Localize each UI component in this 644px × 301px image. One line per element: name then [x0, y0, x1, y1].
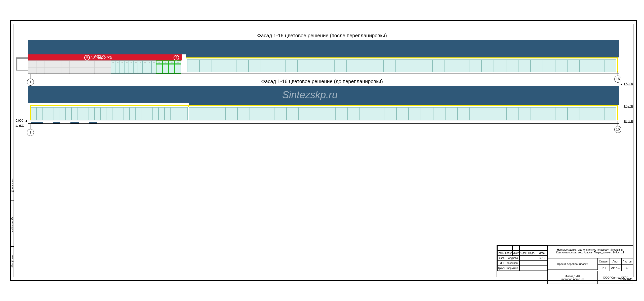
- roof-step-before: [189, 101, 619, 105]
- watermark: Sintezskp.ru: [282, 89, 338, 101]
- role-0: Разраб.: [497, 256, 505, 261]
- brand-logo-icon-2: 5: [174, 55, 179, 60]
- tb-stage: РП: [598, 265, 610, 271]
- role-1: ГИП: [497, 261, 505, 266]
- role-2: Архитектор: [497, 266, 505, 271]
- rev-h-1: Кол.уч: [505, 251, 512, 256]
- revision-table: Изм. Кол.уч Лист №док. Подп. Дата Разраб…: [497, 246, 547, 271]
- tb-sheet-label: Лист: [610, 258, 621, 265]
- ground-before: [28, 123, 619, 124]
- elev-zero: 0,000: [16, 119, 23, 122]
- drawing-sheet: Инв.№ подл. Подпись и дата Взам. инв.№ Ф…: [0, 0, 644, 301]
- tb-sheets: 27: [621, 265, 633, 271]
- ground-after: [28, 74, 619, 74]
- side-inv: Инв.№ подл.: [11, 247, 14, 277]
- side-sign-label: Подпись и дата: [11, 216, 14, 232]
- elev-neg: -0,480: [16, 123, 24, 127]
- elev-tick-2: [621, 83, 622, 86]
- entrance-doors: [156, 64, 181, 74]
- axis-stem-1b: [30, 124, 30, 129]
- rev-h-4: Подп.: [527, 251, 536, 256]
- tb-sheets-label: Листов: [621, 258, 633, 265]
- glass-row-left-b: [31, 107, 188, 120]
- canopy: [16, 57, 28, 71]
- axis-stem-16a: [618, 71, 618, 76]
- title-top: Фасад 1-16 цветовое решение (после переп…: [0, 33, 644, 39]
- name-1: Казанцев: [505, 261, 519, 266]
- rev-h-3: №док.: [519, 251, 527, 256]
- side-vzam-label: Взам. инв.№: [11, 179, 14, 192]
- title-bottom: Фасад 1-16 цветовое решение (до переплан…: [0, 79, 644, 84]
- facade-before: Sintezskp.ru: [28, 86, 619, 128]
- sheet-dimensions: (904x297): [619, 278, 632, 281]
- yellow-right-b: [617, 105, 618, 120]
- axis-stem-16b: [618, 121, 618, 126]
- yellow-top-right-b: [189, 105, 618, 106]
- glass-row-right: [187, 59, 616, 72]
- brand-logo-icon: 5: [84, 55, 90, 60]
- tb-drawing-title: Фасад 1-16 цветовое решение: [547, 271, 598, 284]
- yellow-step-b: [188, 105, 189, 107]
- entrance-transom: [156, 60, 181, 64]
- name-2: Зворыгина: [505, 266, 519, 271]
- tb-project-type: Проект перепланировки: [547, 258, 598, 270]
- storefront-glass: [111, 64, 156, 74]
- elev-tick-1: [25, 120, 27, 122]
- axis-1-bottom: 1: [27, 129, 34, 136]
- elev-bot-right: +0,300: [624, 119, 633, 123]
- axis-stem-1a: [30, 74, 30, 79]
- facade-after: 5 Пятёрочка универсам 5: [28, 40, 619, 78]
- sig-0: ~: [519, 256, 527, 261]
- elev-mid-right: +2,750: [624, 104, 633, 108]
- rev-h-5: Дата: [536, 251, 548, 256]
- glass-row-right-b: [189, 107, 616, 120]
- rev-h-2: Лист: [512, 251, 519, 256]
- tb-org: ООО "Синтез СКП": [598, 271, 633, 284]
- name-0: Сабурова: [505, 256, 519, 261]
- tb-dt1: Фасад 1-16: [565, 275, 580, 278]
- sig-1: ~: [519, 261, 527, 266]
- date-0: 03.16: [536, 256, 548, 261]
- rev-h-0: Изм.: [497, 251, 505, 256]
- tb-dt2: цветовое решение: [560, 278, 584, 281]
- tb-address: Нежилое здание, расположенное по адресу:…: [547, 245, 633, 257]
- sig-2: ~: [519, 266, 527, 271]
- transom-glass: [111, 60, 156, 64]
- yellow-top: [186, 57, 618, 58]
- tb-stage-label: Стадия: [598, 258, 610, 265]
- tb-sheet: АР-4.1: [610, 265, 621, 271]
- title-block: Изм. Кол.уч Лист №док. Подп. Дата Разраб…: [497, 245, 633, 277]
- side-inv-label: Инв.№ подл.: [11, 255, 14, 269]
- side-sign: Подпись и дата: [11, 201, 14, 247]
- yellow-top-left-b: [30, 105, 188, 106]
- axis-16-bottom: 16: [614, 126, 621, 133]
- yellow-right: [617, 57, 618, 73]
- elev-top-right: +7,300: [624, 82, 633, 86]
- brand-sub: универсам: [95, 54, 105, 56]
- sign-band: 5 Пятёрочка универсам 5: [28, 54, 182, 60]
- panel-wall: [28, 60, 111, 74]
- roof-step-after: [186, 52, 619, 57]
- side-vzam: Взам. инв.№: [11, 170, 14, 201]
